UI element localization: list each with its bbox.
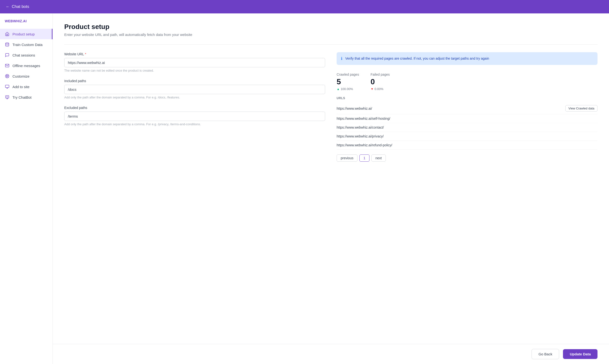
footer: Go Back Update Data [53,344,609,364]
svg-line-4 [8,77,8,77]
sidebar-item-product-setup[interactable]: Product setup [0,29,53,39]
svg-line-5 [8,75,8,76]
previous-page-button[interactable]: previous [337,155,358,162]
topbar: ← Chat bots [0,0,609,13]
crawled-pages-value: 5 [337,77,359,86]
excluded-paths-label: Excluded paths [64,106,325,110]
go-back-button[interactable]: Go Back [532,349,559,359]
svg-point-0 [5,43,9,44]
palette-icon [5,74,10,78]
page-subtitle: Enter your website URL and path, will au… [64,33,597,37]
database-icon [5,42,10,47]
url-text: https://www.webwhiz.ai/contact/ [337,126,384,129]
stats-row: Crawled pages 5 ▲ 100.00% Failed pages 0 [337,73,597,91]
website-url-label: Website URL * [64,52,325,56]
url-row-1: https://www.webwhiz.ai/self-hosting/ [337,114,597,123]
included-paths-field-group: Included paths Add only the path after t… [64,79,325,99]
home-icon [5,32,10,36]
included-paths-hint: Add only the path after the domain separ… [64,96,325,99]
topbar-title: Chat bots [12,4,29,9]
sidebar-item-try-chatbot[interactable]: Try ChatBot [0,92,53,103]
divider [64,44,597,45]
svg-rect-7 [5,85,9,88]
page-1-button[interactable]: 1 [360,155,370,162]
right-panel: ℹ Verify that all the required pages are… [337,52,597,162]
sidebar-item-label: Add to site [13,85,29,89]
failed-pages-value: 0 [371,77,390,86]
next-page-button[interactable]: next [371,155,386,162]
failed-pages-stat: Failed pages 0 ▼ 0.00% [371,73,390,91]
crawled-pages-label: Crawled pages [337,73,359,76]
crawled-pages-stat: Crawled pages 5 ▲ 100.00% [337,73,359,91]
url-row-4: https://www.webwhiz.ai/refund-policy/ [337,141,597,150]
form-section: Website URL * The website name can not b… [64,52,325,162]
pagination: previous 1 next [337,155,597,162]
excluded-paths-hint: Add only the path after the domain separ… [64,122,325,126]
sidebar-item-label: Chat sessions [13,53,35,57]
svg-point-12 [8,97,8,97]
url-text: https://www.webwhiz.ai/ [337,106,372,110]
url-row-0: https://www.webwhiz.ai/ View Crawled dat… [337,103,597,114]
main-content: Product setup Enter your website URL and… [53,13,609,344]
svg-point-2 [6,76,8,77]
sidebar-item-label: Offline messages [13,64,40,68]
update-data-button[interactable]: Update Data [563,349,597,359]
monitor-icon [5,84,10,89]
url-row-3: https://www.webwhiz.ai/privacy/ [337,132,597,141]
chat-icon [5,53,10,57]
sidebar-logo: WEBWHIZ.AI [0,19,53,29]
included-paths-label: Included paths [64,79,325,83]
crawled-pages-pct: ▲ 100.00% [337,87,359,91]
sidebar-item-offline-messages[interactable]: Offline messages [0,60,53,71]
website-url-hint: The website name can not be edited once … [64,69,325,72]
down-arrow-icon: ▼ [371,87,374,91]
info-banner: ℹ Verify that all the required pages are… [337,52,597,65]
excluded-paths-input[interactable] [64,112,325,121]
url-text: https://www.webwhiz.ai/privacy/ [337,134,384,138]
info-icon: ℹ [341,56,342,61]
sidebar-item-add-to-site[interactable]: Add to site [0,81,53,92]
sidebar-item-chat-sessions[interactable]: Chat sessions [0,50,53,60]
website-url-field-group: Website URL * The website name can not b… [64,52,325,72]
failed-pages-pct: ▼ 0.00% [371,87,390,91]
info-banner-text: Verify that all the required pages are c… [345,56,489,61]
main-layout: WEBWHIZ.AI Product setup Train Custom Da… [0,13,609,364]
mail-icon [5,63,10,68]
url-text: https://www.webwhiz.ai/refund-policy/ [337,143,392,147]
sidebar-item-label: Product setup [13,32,35,36]
website-url-input[interactable] [64,58,325,67]
sidebar-item-label: Customize [13,74,29,78]
svg-point-11 [6,97,7,97]
back-button[interactable]: ← Chat bots [6,4,29,9]
sidebar-item-customize[interactable]: Customize [0,71,53,81]
back-arrow-icon: ← [6,4,10,9]
svg-line-6 [6,77,7,77]
sidebar-item-train-custom-data[interactable]: Train Custom Data [0,39,53,50]
url-row-2: https://www.webwhiz.ai/contact/ [337,123,597,132]
chatbot-icon [5,95,10,100]
sidebar-item-label: Try ChatBot [13,95,31,99]
svg-rect-10 [5,96,9,98]
included-paths-input[interactable] [64,85,325,94]
failed-pages-label: Failed pages [371,73,390,76]
urls-section: URLS https://www.webwhiz.ai/ View Crawle… [337,96,597,150]
urls-section-label: URLS [337,96,597,100]
sidebar: WEBWHIZ.AI Product setup Train Custom Da… [0,13,53,364]
required-indicator: * [85,52,86,56]
page-title: Product setup [64,23,597,31]
excluded-paths-field-group: Excluded paths Add only the path after t… [64,106,325,126]
view-crawled-button[interactable]: View Crawled data [565,105,597,112]
up-arrow-icon: ▲ [337,87,340,91]
svg-line-3 [6,75,7,76]
url-text: https://www.webwhiz.ai/self-hosting/ [337,117,390,120]
content-grid: Website URL * The website name can not b… [64,52,597,162]
sidebar-item-label: Train Custom Data [13,43,42,47]
